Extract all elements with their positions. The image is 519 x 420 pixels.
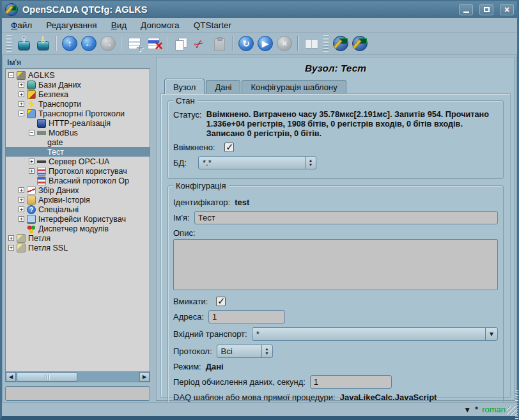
expander-collapse-icon[interactable]: − bbox=[29, 130, 35, 136]
database-icon bbox=[27, 81, 36, 89]
minimize-button[interactable] bbox=[459, 4, 473, 15]
toolbar: ↑←→↻▶× bbox=[2, 33, 517, 55]
start-periodic-update-button[interactable]: ▶ bbox=[256, 35, 274, 52]
refresh-item-button[interactable]: ↻ bbox=[237, 35, 255, 52]
save-to-db-button[interactable] bbox=[34, 35, 52, 52]
tab-дані[interactable]: Дані bbox=[206, 80, 240, 93]
toolbar-handle[interactable] bbox=[323, 35, 329, 52]
expander-expand-icon[interactable]: + bbox=[19, 197, 24, 203]
tree-item-own-protocol[interactable]: Власний протокол Ор bbox=[6, 176, 150, 185]
tree-item-loop[interactable]: +Петля bbox=[6, 233, 150, 243]
cut-item-icon bbox=[192, 36, 208, 51]
tree-item-gate[interactable]: gate bbox=[6, 137, 150, 147]
tree-item-transports[interactable]: +Транспорти bbox=[6, 99, 150, 109]
chevron-down-icon[interactable]: ▼ bbox=[485, 328, 497, 340]
expander-expand-icon[interactable]: + bbox=[29, 159, 35, 164]
load-from-db-button[interactable] bbox=[15, 35, 33, 52]
scroll-right-button[interactable]: ▶ bbox=[139, 372, 150, 382]
tree-item-daq[interactable]: +Збір Даних bbox=[6, 185, 150, 195]
period-input[interactable] bbox=[310, 375, 392, 389]
qtcfg-starter-button[interactable] bbox=[332, 35, 350, 52]
user-protocol-icon bbox=[37, 167, 46, 176]
tree-item-transport-protocols[interactable]: −Транспортні Протоколи bbox=[6, 109, 150, 118]
node-panel: Вузол: Тест ВузолДаніКонфігурація шаблон… bbox=[156, 57, 515, 401]
protocol-combobox[interactable]: Всі ▲▼ bbox=[217, 345, 273, 358]
db-label: БД: bbox=[173, 158, 194, 167]
menu-qtstarter[interactable]: QTStarter bbox=[187, 19, 238, 31]
expander-expand-icon[interactable]: + bbox=[8, 245, 14, 251]
tree-hscrollbar[interactable]: ◀ ▶ bbox=[6, 371, 150, 382]
current-user[interactable]: roman bbox=[482, 405, 506, 414]
scroll-left-button[interactable]: ◀ bbox=[6, 372, 16, 382]
expander-expand-icon[interactable]: + bbox=[29, 168, 35, 174]
db-combobox[interactable]: *.* ▲▼ bbox=[198, 156, 316, 169]
scroll-thumb[interactable] bbox=[17, 372, 77, 382]
tree-item-special[interactable]: +?Спеціальні bbox=[6, 205, 150, 214]
tree-frame: −AGLKS+Бази Даних+Безпека+Транспорти−Тра… bbox=[5, 68, 150, 382]
go-back-button[interactable]: ← bbox=[80, 35, 98, 52]
refresh-item-icon: ↻ bbox=[238, 36, 254, 51]
name-input[interactable] bbox=[194, 211, 498, 224]
toolbar-handle[interactable] bbox=[6, 35, 12, 52]
tree-filter-input[interactable] bbox=[5, 386, 150, 401]
expander-expand-icon[interactable]: + bbox=[8, 235, 14, 241]
expander-collapse-icon[interactable]: − bbox=[19, 111, 24, 116]
transport-icon bbox=[27, 100, 36, 109]
tab-конфігурація-шаблону[interactable]: Конфігурація шаблону bbox=[242, 80, 346, 93]
tree-item-user-protocol[interactable]: +Протокол користувач bbox=[6, 166, 150, 176]
maximize-button[interactable] bbox=[479, 4, 493, 15]
window-title: OpenSCADA QTCfg: AGLKS bbox=[22, 4, 453, 15]
tree-item-archives[interactable]: +Архіви-Історія bbox=[6, 195, 150, 205]
spin-arrows-icon[interactable]: ▲▼ bbox=[261, 345, 272, 357]
expander-expand-icon[interactable]: + bbox=[19, 82, 24, 88]
expander-expand-icon[interactable]: + bbox=[19, 216, 24, 222]
modified-marker: * bbox=[475, 405, 478, 414]
resize-grip[interactable] bbox=[507, 406, 516, 416]
description-textarea[interactable] bbox=[173, 239, 498, 290]
expander-expand-icon[interactable]: + bbox=[19, 91, 24, 97]
cut-item-button[interactable] bbox=[191, 35, 209, 52]
expander-expand-icon[interactable]: + bbox=[19, 187, 24, 193]
transport-label: Вхідний транспорт: bbox=[173, 329, 247, 339]
tree-item-modbus[interactable]: −ModBus bbox=[6, 128, 150, 137]
tree-item-modules-dispatcher[interactable]: Диспетчер модулів bbox=[6, 224, 150, 233]
expander-expand-icon[interactable]: + bbox=[19, 206, 24, 212]
menu-файл[interactable]: Файл bbox=[4, 19, 38, 31]
load-from-db-icon bbox=[16, 36, 31, 51]
main-window: OpenSCADA QTCfg: AGLKS × ФайлРедагування… bbox=[0, 0, 519, 420]
tree-item-opcua-server[interactable]: +Сервер OPC-UA bbox=[6, 157, 150, 166]
tree-item-user-interfaces[interactable]: +Інтерфейси Користувач bbox=[6, 214, 150, 224]
tree-item-label: Архіви-Історія bbox=[38, 196, 90, 205]
enable-checkbox[interactable] bbox=[216, 297, 226, 306]
copy-item-button[interactable] bbox=[172, 35, 190, 52]
delete-item-button[interactable] bbox=[145, 35, 163, 52]
menu-вид[interactable]: Вид bbox=[105, 19, 133, 31]
close-button[interactable]: × bbox=[500, 4, 514, 15]
address-input[interactable] bbox=[208, 310, 285, 323]
transport-combobox[interactable]: * ▼ bbox=[252, 327, 498, 341]
tree-item-aglks[interactable]: −AGLKS bbox=[6, 70, 150, 80]
add-item-button[interactable] bbox=[126, 35, 144, 52]
tab-вузол[interactable]: Вузол bbox=[164, 79, 205, 94]
menu-редагування[interactable]: Редагування bbox=[40, 19, 103, 31]
qtstarter-tool-button[interactable] bbox=[351, 35, 369, 52]
panel-splitter[interactable] bbox=[150, 57, 156, 401]
tree-item-http[interactable]: HTTP-реалізація bbox=[6, 118, 150, 128]
tree-item-loop-ssl[interactable]: +Петля SSL bbox=[6, 243, 150, 253]
menu-допомога[interactable]: Допомога bbox=[134, 19, 186, 31]
add-item-icon bbox=[127, 36, 143, 51]
tree-item-label: ModBus bbox=[49, 128, 78, 137]
tree-item-security[interactable]: +Безпека bbox=[6, 89, 150, 99]
enable-label: Вмикати: bbox=[173, 297, 212, 306]
enabled-checkbox[interactable] bbox=[224, 143, 234, 152]
go-up-button[interactable]: ↑ bbox=[61, 35, 79, 52]
expander-collapse-icon[interactable]: − bbox=[8, 72, 14, 78]
tree-item-databases[interactable]: +Бази Даних bbox=[6, 80, 150, 89]
expander-expand-icon[interactable]: + bbox=[19, 101, 24, 107]
tray-triangle-icon[interactable]: ▼ bbox=[463, 405, 471, 414]
tree-item-test[interactable]: Тест bbox=[6, 147, 150, 157]
manual-button[interactable] bbox=[302, 35, 320, 52]
description-label: Опис: bbox=[173, 228, 196, 238]
spin-arrows-icon[interactable]: ▲▼ bbox=[305, 157, 316, 169]
page-title: Вузол: Тест bbox=[160, 60, 511, 78]
